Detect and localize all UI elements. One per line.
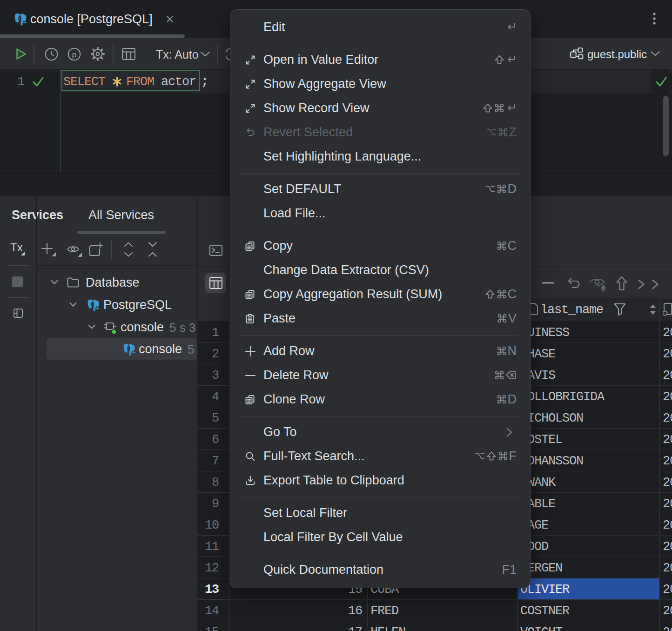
svg-text:p: p [72, 50, 76, 59]
